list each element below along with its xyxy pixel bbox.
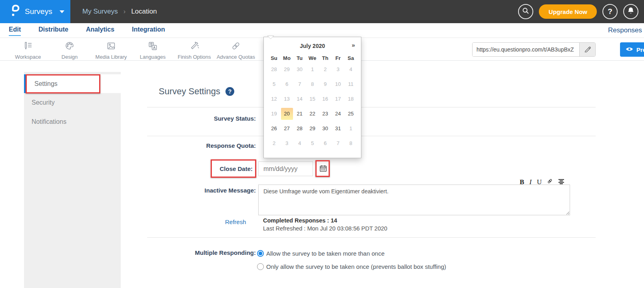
calendar-month-title[interactable]: July 2020 — [300, 43, 325, 49]
radio-only-once[interactable] — [257, 263, 264, 270]
survey-url-group — [472, 42, 596, 57]
tab-responses[interactable]: Responses — [608, 26, 642, 34]
breadcrumb-my-surveys[interactable]: My Surveys — [82, 8, 118, 16]
inactive-message-textarea[interactable]: Diese Umfrage wurde vom Eigentümer deakt… — [258, 185, 570, 215]
calendar-day[interactable]: 28 — [293, 125, 306, 131]
response-quota-label: Response Quota: — [121, 142, 256, 149]
sidebar-item-security[interactable]: Security — [24, 93, 121, 112]
calendar-day[interactable]: 29 — [306, 125, 319, 131]
toolbar-finish-options[interactable]: Finish Options — [173, 38, 215, 60]
tab-integration[interactable]: Integration — [132, 26, 165, 36]
upgrade-now-button[interactable]: Upgrade Now — [539, 4, 597, 19]
calendar-day: 8 — [345, 140, 357, 146]
close-date-input[interactable] — [258, 161, 313, 176]
calendar-day-today[interactable]: 20 — [281, 108, 293, 120]
palette-icon — [64, 41, 75, 53]
calendar-day: 16 — [319, 96, 332, 102]
completed-responses-text: Completed Responses : 14 — [263, 217, 337, 224]
chain-links-icon — [231, 41, 241, 53]
calendar-day[interactable]: 27 — [281, 125, 293, 131]
title-help-icon[interactable]: ? — [225, 87, 234, 96]
top-header: Surveys My Surveys › Location Upgrade No… — [0, 0, 644, 23]
calendar-day[interactable]: 22 — [306, 111, 319, 117]
calendar-day: 28 — [268, 66, 281, 72]
calendar-day: 3 — [332, 66, 345, 72]
datepicker-popup: July 2020 » SuMoTuWeThFrSa 2829301234567… — [263, 37, 361, 158]
notifications-button[interactable] — [623, 4, 638, 19]
calendar-day[interactable]: 21 — [293, 111, 306, 117]
tab-edit[interactable]: Edit — [9, 26, 21, 36]
calendar-day[interactable]: 25 — [345, 111, 357, 117]
inactive-message-label: Inactive Message: — [121, 187, 256, 194]
breadcrumb-separator-icon: › — [124, 8, 126, 15]
last-refreshed-text: Last Refreshed : Mon Jul 20 03:08:56 PDT… — [263, 225, 387, 232]
image-icon — [106, 41, 116, 53]
calendar-day: 2 — [268, 140, 281, 146]
brand-surveys-menu[interactable]: Surveys — [0, 0, 70, 23]
calendar-day: 3 — [281, 140, 293, 146]
preview-button[interactable]: Preview — [620, 42, 644, 57]
weekday-label: Fr — [332, 55, 345, 61]
toolbar-languages[interactable]: Languages — [132, 38, 173, 60]
close-date-calendar-button[interactable] — [317, 162, 329, 176]
tab-analytics[interactable]: Analytics — [86, 26, 114, 36]
weekday-label: Su — [268, 55, 281, 61]
questionpro-logo-icon — [10, 4, 20, 19]
radio-option-allow-multiple[interactable]: Allow the survey to be taken more than o… — [257, 250, 385, 257]
refresh-link[interactable]: Refresh — [225, 218, 246, 225]
search-icon — [521, 6, 530, 17]
calendar-day: 9 — [319, 81, 332, 87]
edit-url-button[interactable] — [579, 43, 595, 56]
close-date-label: Close Date: — [121, 165, 253, 172]
next-month-button[interactable]: » — [352, 42, 355, 48]
toolbar-design[interactable]: Design — [49, 38, 90, 60]
calendar-day[interactable]: 24 — [332, 111, 345, 117]
calendar-day[interactable]: 30 — [319, 125, 332, 131]
weekday-label: We — [306, 55, 319, 61]
survey-status-label: Survey Status: — [121, 115, 256, 122]
calendar-weekdays: SuMoTuWeThFrSa — [264, 55, 361, 61]
calendar-day: 4 — [345, 66, 357, 72]
bold-button[interactable]: B — [520, 179, 524, 185]
calendar-day: 10 — [332, 81, 345, 87]
italic-button[interactable]: I — [529, 179, 532, 185]
calendar-icon — [319, 164, 327, 174]
pen-list-icon — [23, 41, 33, 53]
weekday-label: Sa — [345, 55, 357, 61]
survey-url-input[interactable] — [473, 43, 579, 56]
toolbar-media-library[interactable]: Media Library — [90, 38, 132, 60]
calendar-day: 8 — [306, 81, 319, 87]
radio-option-only-once[interactable]: Only allow the survey to be taken once (… — [257, 263, 446, 270]
sidebar-item-settings[interactable]: Settings — [24, 74, 121, 93]
calendar-day: 7 — [293, 81, 306, 87]
calendar-grid: 2829301234567891011121314151617181920212… — [264, 62, 361, 151]
calendar-day: 15 — [306, 96, 319, 102]
tab-distribute[interactable]: Distribute — [38, 26, 68, 36]
calendar-day[interactable]: 23 — [319, 111, 332, 117]
calendar-day: 6 — [319, 140, 332, 146]
toolbar-advance-quotas[interactable]: Advance Quotas — [215, 38, 257, 60]
calendar-day: 4 — [293, 140, 306, 146]
calendar-day: 11 — [345, 81, 357, 87]
calendar-day[interactable]: 31 — [332, 125, 345, 131]
calendar-day[interactable]: 26 — [268, 125, 281, 131]
help-button[interactable]: ? — [602, 4, 618, 19]
align-center-button[interactable] — [558, 179, 564, 185]
survey-settings-panel: Survey Settings ? Survey Status: Respons… — [121, 61, 644, 288]
weekday-label: Th — [319, 55, 332, 61]
toolbar-workspace[interactable]: Workspace — [7, 38, 49, 60]
magic-wand-icon — [189, 41, 199, 53]
header-actions: Upgrade Now ? — [518, 4, 638, 19]
sidebar-item-notifications[interactable]: Notifications — [24, 112, 121, 131]
chevron-down-icon — [60, 10, 64, 13]
search-button[interactable] — [518, 4, 533, 19]
breadcrumb: My Surveys › Location — [82, 0, 157, 23]
radio-allow-multiple[interactable] — [257, 250, 264, 257]
underline-button[interactable]: U — [537, 179, 542, 185]
weekday-label: Tu — [293, 55, 306, 61]
weekday-label: Mo — [281, 55, 293, 61]
settings-sidebar: Settings Security Notifications — [24, 72, 121, 288]
calendar-day: 7 — [332, 140, 345, 146]
divider — [147, 107, 596, 107]
calendar-day: 6 — [281, 81, 293, 87]
